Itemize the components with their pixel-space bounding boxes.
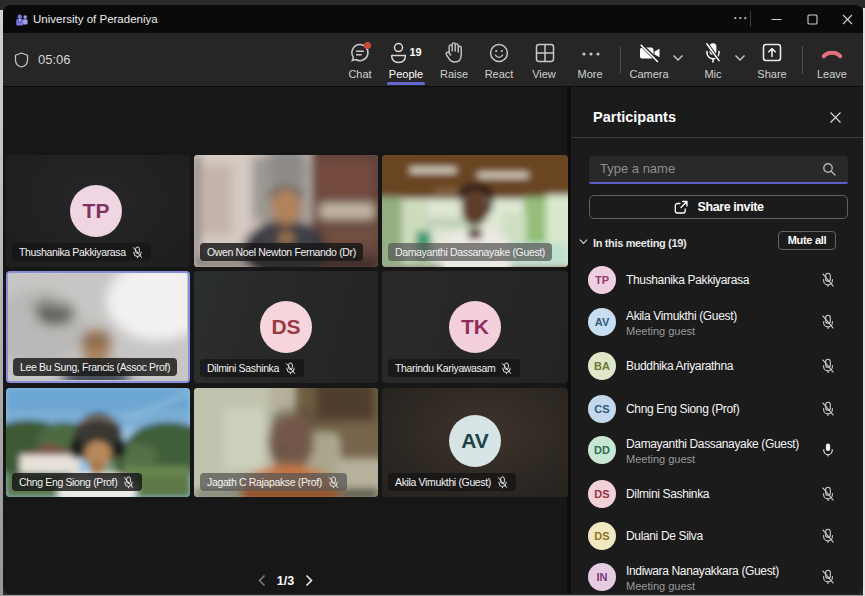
- svg-text:19: 19: [410, 46, 422, 58]
- svg-text:T: T: [18, 18, 21, 23]
